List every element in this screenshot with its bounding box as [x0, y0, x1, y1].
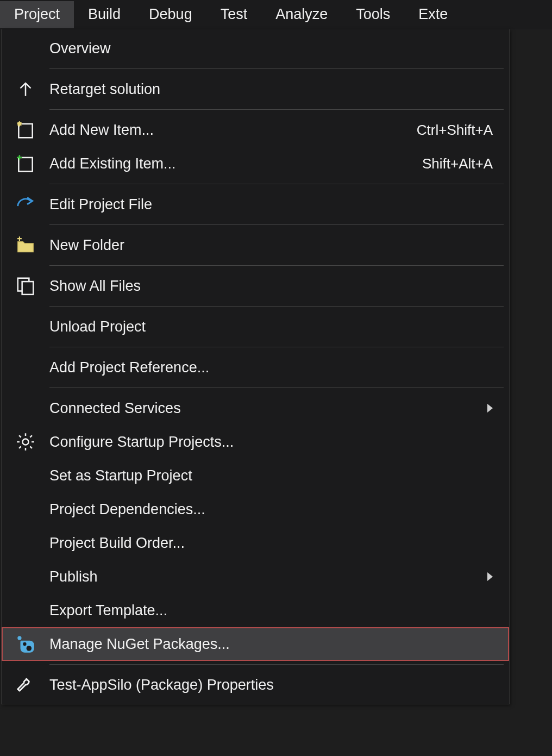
menu-item-label: Connected Services	[49, 400, 473, 417]
existing-item-icon	[2, 153, 49, 174]
menu-item-project-dependencies[interactable]: Project Dependencies...	[2, 492, 509, 526]
menu-item-retarget-solution[interactable]: Retarget solution	[2, 72, 509, 106]
menu-item-set-as-startup[interactable]: Set as Startup Project	[2, 459, 509, 492]
menu-item-label: Add Existing Item...	[49, 155, 422, 172]
menu-separator	[49, 306, 504, 307]
svg-rect-11	[22, 282, 34, 295]
svg-point-14	[23, 642, 26, 646]
chevron-right-icon	[487, 404, 493, 413]
menu-item-add-existing-item[interactable]: Add Existing Item... Shift+Alt+A	[2, 147, 509, 180]
menubar-item-analyze[interactable]: Analyze	[261, 1, 342, 28]
menubar-item-build[interactable]: Build	[74, 1, 135, 28]
menu-separator	[49, 224, 504, 225]
menu-separator	[49, 109, 504, 110]
menubar-item-project[interactable]: Project	[0, 1, 74, 28]
menubar-item-test[interactable]: Test	[206, 1, 262, 28]
menu-item-shortcut: Shift+Alt+A	[422, 155, 493, 172]
menu-item-label: Manage NuGet Packages...	[49, 636, 493, 653]
menubar-item-tools[interactable]: Tools	[342, 1, 404, 28]
chevron-right-icon	[487, 572, 493, 581]
svg-point-13	[17, 636, 21, 640]
menu-item-label: Project Build Order...	[49, 535, 493, 552]
menu-item-label: Export Template...	[49, 602, 493, 619]
menu-item-label: Set as Startup Project	[49, 467, 493, 484]
svg-point-15	[27, 646, 32, 651]
menu-item-show-all-files[interactable]: Show All Files	[2, 269, 509, 303]
menu-item-add-project-reference[interactable]: Add Project Reference...	[2, 351, 509, 384]
menu-item-label: Project Dependencies...	[49, 501, 493, 518]
menu-item-label: Retarget solution	[49, 81, 493, 98]
menu-item-label: Overview	[49, 40, 493, 57]
menu-item-label: Add Project Reference...	[49, 359, 493, 376]
menu-item-label: Publish	[49, 568, 473, 585]
menu-item-properties[interactable]: Test-AppSilo (Package) Properties	[2, 668, 509, 702]
menu-separator	[49, 68, 504, 69]
menubar: Project Build Debug Test Analyze Tools E…	[0, 0, 552, 29]
menu-item-project-build-order[interactable]: Project Build Order...	[2, 526, 509, 560]
svg-point-12	[22, 439, 28, 445]
menu-item-label: Configure Startup Projects...	[49, 434, 493, 451]
menu-item-shortcut: Ctrl+Shift+A	[417, 122, 493, 139]
menu-separator	[49, 347, 504, 347]
menu-item-publish[interactable]: Publish	[2, 560, 509, 593]
menu-item-add-new-item[interactable]: Add New Item... Ctrl+Shift+A	[2, 113, 509, 147]
edit-arrow-icon	[2, 194, 49, 215]
menu-item-label: Test-AppSilo (Package) Properties	[49, 677, 493, 693]
menu-item-configure-startup-projects[interactable]: Configure Startup Projects...	[2, 425, 509, 459]
menu-item-unload-project[interactable]: Unload Project	[2, 310, 509, 343]
new-folder-icon	[2, 235, 49, 255]
svg-rect-0	[18, 124, 32, 138]
menu-item-edit-project-file[interactable]: Edit Project File	[2, 188, 509, 221]
gear-icon	[2, 432, 49, 452]
menu-separator	[49, 664, 504, 665]
menu-item-label: Unload Project	[49, 318, 493, 335]
menu-item-label: Show All Files	[49, 278, 493, 295]
arrow-up-icon	[2, 79, 49, 99]
menu-item-label: New Folder	[49, 237, 493, 254]
project-menu-dropdown: Overview Retarget solution Add New Item.…	[1, 29, 510, 704]
menu-item-connected-services[interactable]: Connected Services	[2, 391, 509, 425]
menu-item-label: Edit Project File	[49, 196, 493, 213]
nuget-icon	[2, 634, 49, 654]
menubar-item-extensions[interactable]: Exte	[404, 1, 462, 28]
menu-item-overview[interactable]: Overview	[2, 32, 509, 65]
menu-item-label: Add New Item...	[49, 122, 417, 139]
menu-item-manage-nuget-packages[interactable]: Manage NuGet Packages...	[2, 627, 509, 661]
menubar-item-debug[interactable]: Debug	[135, 1, 206, 28]
menu-item-export-template[interactable]: Export Template...	[2, 593, 509, 627]
svg-rect-5	[18, 158, 32, 171]
menu-separator	[49, 265, 504, 266]
show-all-files-icon	[2, 276, 49, 296]
new-item-icon	[2, 120, 49, 140]
menu-item-new-folder[interactable]: New Folder	[2, 228, 509, 262]
wrench-icon	[2, 674, 49, 695]
menu-separator	[49, 388, 504, 388]
menu-separator	[49, 184, 504, 184]
